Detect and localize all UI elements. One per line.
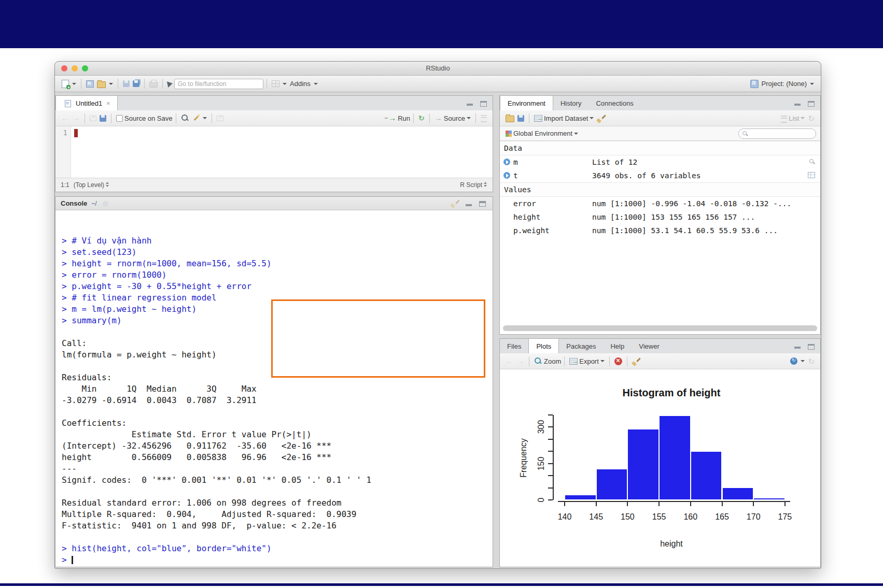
maximize-pane-icon[interactable] xyxy=(808,344,815,350)
tab-environment[interactable]: Environment xyxy=(500,96,553,111)
tab-untitled1[interactable]: Untitled1 × xyxy=(55,96,118,111)
next-plot-icon[interactable]: → xyxy=(516,357,524,365)
remove-plot-icon[interactable] xyxy=(614,357,622,365)
code-tools-dropdown-icon[interactable] xyxy=(203,117,207,119)
previous-plot-icon[interactable]: ← xyxy=(506,357,513,365)
source-dropdown-icon[interactable] xyxy=(467,117,471,119)
scope-indicator[interactable]: (Top Level) xyxy=(74,181,109,189)
minimize-pane-icon[interactable] xyxy=(794,104,801,106)
clear-all-plots-icon[interactable] xyxy=(632,357,640,365)
maximize-pane-icon[interactable] xyxy=(808,101,815,107)
run-button[interactable]: Run xyxy=(398,114,410,122)
source-on-save-checkbox[interactable] xyxy=(116,115,123,122)
clear-environment-icon[interactable] xyxy=(597,114,605,122)
code-editor[interactable]: 1 xyxy=(55,126,493,178)
new-file-dropdown-icon[interactable] xyxy=(72,83,76,85)
file-type-selector[interactable]: R Script xyxy=(460,181,487,189)
clear-console-icon[interactable] xyxy=(451,199,458,207)
expand-object-icon[interactable] xyxy=(503,159,510,165)
tab-files[interactable]: Files xyxy=(500,339,528,353)
env-row-m[interactable]: mList of 12 xyxy=(500,155,820,169)
addins-dropdown-icon[interactable] xyxy=(314,83,318,85)
maximize-pane-icon[interactable] xyxy=(480,101,487,107)
env-section-header: Values xyxy=(500,182,820,197)
save-source-icon[interactable] xyxy=(100,115,106,122)
env-row-t[interactable]: t3649 obs. of 6 variables xyxy=(500,169,820,182)
minimize-pane-icon[interactable] xyxy=(467,104,473,106)
console-working-directory[interactable]: ~/ xyxy=(91,200,96,207)
environment-search-input[interactable] xyxy=(750,130,812,138)
tab-plots[interactable]: Plots xyxy=(528,339,559,354)
import-dataset-icon xyxy=(534,115,542,122)
global-environment-dropdown-icon[interactable] xyxy=(574,133,578,135)
y-axis-tick xyxy=(548,451,553,452)
load-workspace-icon[interactable] xyxy=(506,116,514,122)
env-row-height[interactable]: heightnum [1:1000] 153 155 165 156 157 .… xyxy=(500,210,820,224)
print-icon[interactable] xyxy=(149,81,158,88)
import-dataset-button[interactable]: Import Dataset xyxy=(544,114,588,122)
zoom-button[interactable]: Zoom xyxy=(544,357,561,365)
rerun-icon[interactable]: ↻ xyxy=(418,114,425,122)
env-row-error[interactable]: errornum [1:1000] -0.996 -1.04 -0.018 -0… xyxy=(500,197,820,210)
project-menu-button[interactable]: Project: (None) xyxy=(762,80,807,88)
project-dropdown-icon[interactable] xyxy=(810,83,814,85)
open-file-icon[interactable] xyxy=(97,81,106,88)
save-icon[interactable] xyxy=(123,80,130,87)
x-axis-line xyxy=(558,501,790,502)
slide: RStudio Addins Project: (None) xyxy=(0,0,883,588)
view-object-icon[interactable] xyxy=(809,159,815,165)
env-row-p.weight[interactable]: p.weightnum [1:1000] 53.1 54.1 60.5 55.9… xyxy=(500,224,820,237)
console-output[interactable]: > # Ví dụ vận hành> set.seed(123)> heigh… xyxy=(62,235,490,566)
find-replace-icon[interactable] xyxy=(181,114,189,122)
plots-tab-bar: Files Plots Packages Help Viewer xyxy=(500,339,820,354)
view-table-icon[interactable] xyxy=(808,172,815,178)
toolbar-separator xyxy=(564,356,565,366)
addins-button[interactable]: Addins xyxy=(290,80,311,88)
environment-horizontal-scrollbar[interactable] xyxy=(503,325,817,331)
tab-viewer[interactable]: Viewer xyxy=(632,339,667,353)
export-dropdown-icon[interactable] xyxy=(600,360,605,362)
panes-dropdown-icon[interactable] xyxy=(283,83,287,85)
maximize-pane-icon[interactable] xyxy=(479,201,486,207)
panes-layout-icon[interactable] xyxy=(272,80,279,87)
document-outline-icon[interactable] xyxy=(481,115,487,122)
refresh-plot-icon[interactable]: ↻ xyxy=(808,357,815,365)
list-view-button[interactable]: List xyxy=(789,114,799,122)
publish-icon[interactable] xyxy=(790,357,797,365)
global-environment-selector[interactable]: Global Environment xyxy=(513,130,572,137)
minimize-pane-icon[interactable] xyxy=(794,347,801,349)
x-axis-tick xyxy=(596,501,597,506)
minimize-pane-icon[interactable] xyxy=(466,204,472,206)
save-all-icon[interactable] xyxy=(133,80,139,87)
code-tools-icon[interactable] xyxy=(192,114,200,122)
run-icon[interactable]: → xyxy=(388,114,396,122)
expand-object-icon[interactable] xyxy=(503,172,510,179)
y-axis-tick xyxy=(548,487,553,489)
close-tab-icon[interactable]: × xyxy=(106,100,110,107)
environment-search-box[interactable] xyxy=(738,128,816,139)
tab-packages[interactable]: Packages xyxy=(559,339,603,353)
export-button[interactable]: Export xyxy=(579,357,599,365)
import-dataset-dropdown-icon[interactable] xyxy=(590,117,594,119)
tab-connections[interactable]: Connections xyxy=(588,96,640,110)
new-project-icon[interactable] xyxy=(86,80,94,88)
y-axis-tick xyxy=(548,475,553,476)
source-tab-label: Untitled1 xyxy=(76,99,102,107)
publish-dropdown-icon[interactable] xyxy=(801,360,805,362)
list-view-dropdown-icon[interactable] xyxy=(801,117,805,119)
source-button[interactable]: Source xyxy=(444,114,465,122)
tab-history[interactable]: History xyxy=(553,96,588,110)
open-in-new-window-icon[interactable] xyxy=(90,116,96,121)
goto-file-input[interactable] xyxy=(174,79,263,89)
tab-help[interactable]: Help xyxy=(603,339,632,353)
refresh-environment-icon[interactable]: ↻ xyxy=(808,114,815,122)
save-workspace-icon[interactable] xyxy=(517,115,524,122)
x-axis-tick xyxy=(722,501,723,506)
open-recent-dropdown-icon[interactable] xyxy=(109,83,113,85)
new-file-icon[interactable] xyxy=(62,80,69,88)
environment-object-list: DatamList of 12t3649 obs. of 6 variables… xyxy=(500,141,820,237)
back-icon[interactable]: ← xyxy=(61,114,69,122)
compile-report-icon[interactable] xyxy=(217,116,223,121)
global-environment-icon xyxy=(506,131,512,137)
forward-icon[interactable]: → xyxy=(72,114,80,122)
